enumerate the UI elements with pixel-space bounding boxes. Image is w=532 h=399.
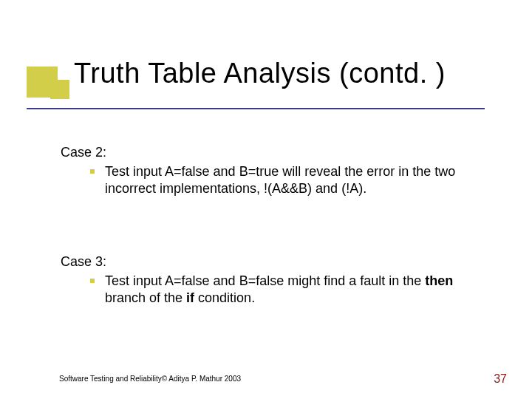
case-3-text-suffix: condition.: [194, 290, 255, 305]
bullet-icon: [90, 279, 95, 283]
case-3-bullet: Test input A=false and B=false might fin…: [90, 273, 488, 307]
case-2-label: Case 2:: [61, 145, 488, 160]
case-3-text-prefix: Test input A=false and B=false might fin…: [105, 273, 425, 288]
case-2-text: Test input A=false and B=true will revea…: [105, 163, 488, 198]
slide: Truth Table Analysis (contd. ) Case 2: T…: [0, 0, 532, 399]
case-3-block: Case 3: Test input A=false and B=false m…: [61, 254, 488, 307]
page-number: 37: [494, 372, 507, 386]
case-3-text: Test input A=false and B=false might fin…: [105, 273, 488, 307]
case-3-then: then: [425, 273, 453, 288]
case-3-if: if: [186, 290, 194, 305]
bullet-icon: [90, 169, 95, 174]
case-3-text-mid: branch of the: [105, 290, 186, 305]
slide-title: Truth Table Analysis (contd. ): [74, 58, 446, 89]
accent-square-small: [50, 80, 69, 99]
case-2-bullet: Test input A=false and B=true will revea…: [90, 163, 488, 198]
footer-text: Software Testing and Reliability© Aditya…: [59, 375, 241, 383]
case-2-block: Case 2: Test input A=false and B=true wi…: [61, 145, 488, 198]
case-3-label: Case 3:: [61, 254, 488, 270]
title-underline: [27, 108, 485, 109]
